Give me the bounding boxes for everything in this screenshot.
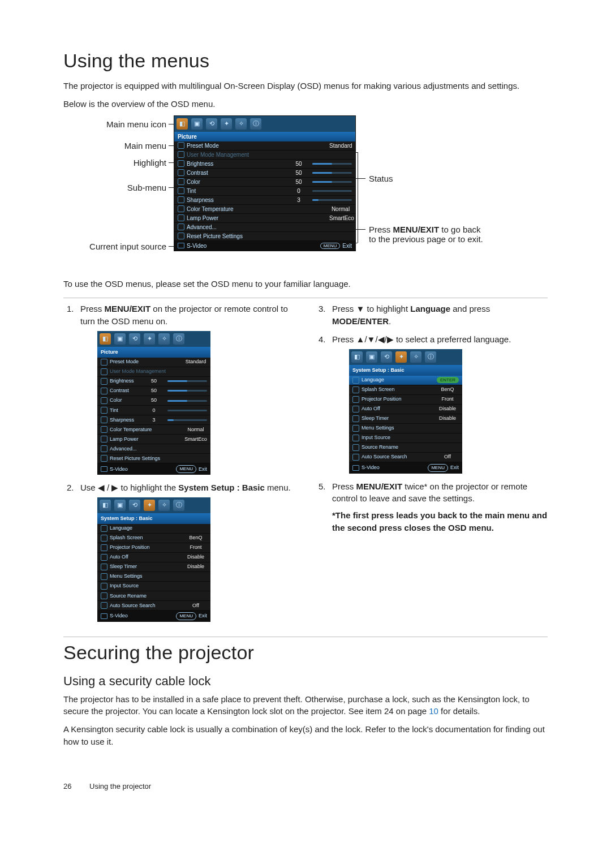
row-value: 50 xyxy=(143,387,165,394)
exit-label: Exit xyxy=(342,243,352,249)
row-label: Sleep Timer xyxy=(110,563,182,570)
row-value: Normal xyxy=(329,206,352,212)
row-label: Lamp Power xyxy=(110,436,182,443)
row-value: 50 xyxy=(287,170,310,176)
tab-setup-basic-icon: ✦ xyxy=(144,333,155,345)
row-label: Language xyxy=(110,525,182,532)
row-icon xyxy=(101,445,107,452)
row-icon xyxy=(101,359,107,366)
row-slider xyxy=(312,181,352,183)
osd-row: Brightness50 xyxy=(174,160,355,169)
row-value: Disable xyxy=(184,563,207,570)
osd-row: Tint0 xyxy=(97,406,210,415)
source-icon xyxy=(178,243,184,248)
tab-setup-adv-icon: ✧ xyxy=(158,500,170,511)
osd-row: Menu Settings xyxy=(97,572,210,582)
row-icon xyxy=(101,416,107,423)
osd-row: Color TemperatureNormal xyxy=(97,425,210,435)
row-icon xyxy=(178,224,184,230)
row-icon xyxy=(101,535,107,542)
heading-using-menus: Using the menus xyxy=(63,50,548,72)
osd-status-bar: S-Video MENU Exit xyxy=(174,241,355,251)
osd-picture-small: ◧ ▣ ⟲ ✦ ✧ ⓘ Picture Preset ModeStandardU… xyxy=(97,331,210,475)
row-label: Contrast xyxy=(110,387,140,394)
osd-row: Sleep TimerDisable xyxy=(349,414,462,424)
row-label: Auto Source Search xyxy=(110,602,182,609)
osd-row: Reset Picture Settings xyxy=(174,232,355,241)
row-label: Color Temperature xyxy=(187,206,327,212)
osd-row: Lamp PowerSmartEco xyxy=(97,435,210,444)
source-icon xyxy=(101,613,107,619)
row-label: Splash Screen xyxy=(110,534,182,542)
row-label: Color Temperature xyxy=(110,426,182,433)
osd-row: Color50 xyxy=(97,396,210,406)
osd-row: Lamp PowerSmartEco xyxy=(174,214,355,223)
tab-source-icon: ⟲ xyxy=(129,500,140,511)
row-slider xyxy=(312,190,352,192)
row-label: Projector Position xyxy=(362,396,434,403)
row-label: Advanced... xyxy=(110,445,182,453)
page-link[interactable]: 10 xyxy=(429,706,438,716)
row-value: 0 xyxy=(143,407,165,414)
row-slider xyxy=(167,390,207,392)
row-icon xyxy=(178,214,184,221)
heading-securing: Securing the projector xyxy=(63,642,548,664)
row-label: Reset Picture Settings xyxy=(110,455,182,462)
row-slider xyxy=(312,172,352,174)
down-arrow-icon: ▼ xyxy=(356,304,365,313)
callout-main-menu-icon: Main menu icon xyxy=(93,119,166,129)
down-arrow-icon: ▼ xyxy=(367,334,376,344)
row-label: Source Rename xyxy=(362,444,434,451)
securing-para-2: A Kensington security cable lock is usua… xyxy=(63,723,548,748)
right-arrow-icon: ▶ xyxy=(111,483,118,492)
tab-display-icon: ▣ xyxy=(114,333,126,345)
row-icon xyxy=(352,396,359,403)
osd-row: Tint0 xyxy=(174,187,355,196)
osd-row: Preset ModeStandard xyxy=(97,358,210,367)
tab-info-icon: ⓘ xyxy=(425,351,436,363)
row-icon xyxy=(101,592,107,599)
row-icon xyxy=(352,415,359,422)
row-icon xyxy=(178,233,184,239)
row-value: 3 xyxy=(143,416,165,424)
row-icon xyxy=(101,602,107,609)
row-icon xyxy=(101,407,107,414)
row-label: Menu Settings xyxy=(110,573,182,580)
row-icon xyxy=(178,205,184,212)
osd-row: Color50 xyxy=(174,178,355,187)
row-label: Tint xyxy=(110,407,140,414)
tab-setup-adv-icon: ✧ xyxy=(410,351,421,363)
tab-setup-basic-icon: ✦ xyxy=(144,500,155,511)
right-arrow-icon: ▶ xyxy=(387,334,394,344)
row-label: Advanced... xyxy=(187,224,327,230)
row-label: Projector Position xyxy=(110,544,182,551)
step-5-note: *The first press leads you back to the m… xyxy=(332,510,547,532)
osd-row: User Mode Management xyxy=(174,151,355,160)
row-icon xyxy=(352,425,359,432)
osd-row: Brightness50 xyxy=(97,377,210,386)
left-arrow-icon: ◀ xyxy=(378,334,385,344)
tab-setup-adv-icon: ✧ xyxy=(158,333,170,345)
row-value: SmartEco xyxy=(329,215,352,221)
row-label: Lamp Power xyxy=(187,215,327,221)
row-value: 50 xyxy=(143,377,165,385)
tab-info-icon: ⓘ xyxy=(173,500,184,511)
row-label: User Mode Management xyxy=(110,368,182,375)
divider-2 xyxy=(63,637,548,637)
row-icon xyxy=(101,436,107,442)
row-value: Normal xyxy=(184,426,207,433)
tab-display-icon: ▣ xyxy=(366,351,377,363)
row-icon xyxy=(101,397,107,404)
row-value: Disable xyxy=(184,553,207,561)
row-value: 3 xyxy=(287,197,310,203)
row-value: BenQ xyxy=(184,534,207,542)
row-label: Color xyxy=(187,179,285,185)
row-label: Language xyxy=(362,376,434,384)
osd-row: Input Source xyxy=(97,582,210,591)
document-page: Using the menus The projector is equippe… xyxy=(0,0,611,824)
row-label: Sleep Timer xyxy=(362,415,434,422)
callout-status: Status xyxy=(369,174,393,183)
row-icon xyxy=(101,544,107,551)
tab-source-icon: ⟲ xyxy=(381,351,392,363)
osd-row: Sleep TimerDisable xyxy=(97,562,210,572)
